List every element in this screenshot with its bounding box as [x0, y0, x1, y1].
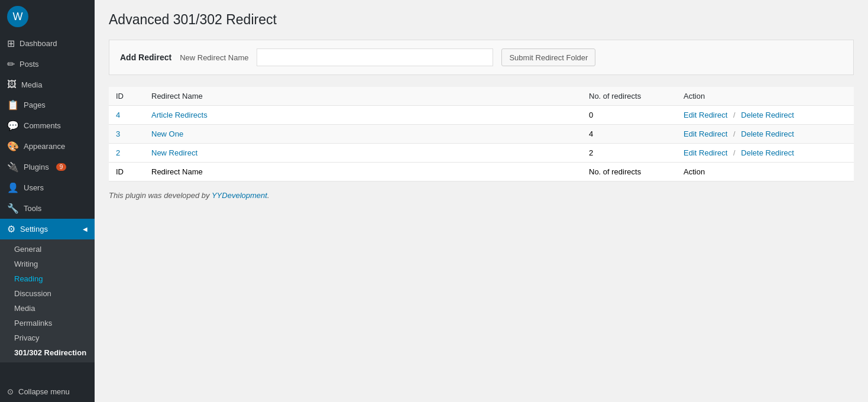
- row-name-link[interactable]: New One: [151, 129, 183, 138]
- delete-redirect-link[interactable]: Delete Redirect: [741, 129, 794, 138]
- edit-redirect-link[interactable]: Edit Redirect: [684, 129, 727, 138]
- col-footer-action: Action: [676, 163, 854, 181]
- table-header-row: ID Redirect Name No. of redirects Action: [109, 87, 854, 106]
- sidebar-item-label: Comments: [24, 121, 61, 130]
- sidebar-item-label: Media: [21, 80, 42, 89]
- sidebar-item-pages[interactable]: 📋 Pages: [0, 95, 95, 115]
- col-footer-name: Redirect Name: [144, 163, 582, 181]
- col-header-name: Redirect Name: [144, 87, 582, 106]
- page-title: Advanced 301/302 Redirect: [109, 12, 854, 28]
- col-header-count: No. of redirects: [582, 87, 676, 106]
- sidebar-item-settings[interactable]: ⚙ Settings ◀: [0, 219, 95, 239]
- sidebar-item-posts[interactable]: ✏ Posts: [0, 54, 95, 74]
- cell-id: 2: [109, 144, 144, 163]
- sidebar-item-users[interactable]: 👤 Users: [0, 177, 95, 198]
- plugins-badge: 9: [56, 163, 67, 171]
- footer-link[interactable]: YYDevelopment: [212, 191, 267, 200]
- sidebar-item-label: Tools: [24, 204, 41, 213]
- sidebar-item-label: Appearance: [24, 142, 65, 151]
- cell-name: New Redirect: [144, 144, 582, 163]
- settings-icon: ⚙: [7, 223, 15, 235]
- collapse-menu-button[interactable]: ⊙ Collapse menu: [0, 381, 95, 402]
- tools-icon: 🔧: [7, 203, 19, 214]
- nav-menu: ⊞ Dashboard ✏ Posts 🖼 Media 📋 Pages 💬 Co…: [0, 33, 95, 362]
- add-redirect-label: Add Redirect: [120, 53, 171, 62]
- separator: /: [733, 111, 736, 119]
- sidebar-item-plugins[interactable]: 🔌 Plugins 9: [0, 157, 95, 177]
- redirect-table: ID Redirect Name No. of redirects Action…: [109, 87, 854, 181]
- cell-action: Edit Redirect / Delete Redirect: [676, 106, 854, 125]
- row-id-link[interactable]: 2: [116, 148, 120, 157]
- submenu-general[interactable]: General: [0, 242, 95, 257]
- submenu-privacy[interactable]: Privacy: [0, 330, 95, 345]
- col-footer-id: ID: [109, 163, 144, 181]
- submenu-media[interactable]: Media: [0, 301, 95, 316]
- main-content: Advanced 301/302 Redirect Add Redirect N…: [95, 0, 868, 402]
- sidebar-item-label: Users: [24, 183, 44, 192]
- sidebar-item-tools[interactable]: 🔧 Tools: [0, 198, 95, 219]
- collapse-label: Collapse menu: [18, 387, 70, 396]
- settings-arrow-icon: ◀: [83, 226, 88, 232]
- wp-logo-icon: W: [7, 6, 28, 27]
- sidebar-item-label: Plugins: [24, 163, 49, 171]
- submenu-redirection[interactable]: 301/302 Redirection: [0, 345, 95, 360]
- delete-redirect-link[interactable]: Delete Redirect: [741, 148, 794, 157]
- table-row: 3 New One 4 Edit Redirect / Delete Redir…: [109, 125, 854, 144]
- cell-count: 0: [582, 106, 676, 125]
- table-row: 2 New Redirect 2 Edit Redirect / Delete …: [109, 144, 854, 163]
- sidebar-logo: W: [0, 0, 95, 33]
- table-row: 4 Article Redirects 0 Edit Redirect / De…: [109, 106, 854, 125]
- new-redirect-name-label: New Redirect Name: [180, 53, 248, 62]
- submenu-discussion[interactable]: Discussion: [0, 286, 95, 301]
- separator: /: [733, 148, 736, 157]
- cell-action: Edit Redirect / Delete Redirect: [676, 144, 854, 163]
- sidebar-item-media[interactable]: 🖼 Media: [0, 74, 95, 95]
- settings-submenu: General Writing Reading Discussion Media…: [0, 239, 95, 362]
- appearance-icon: 🎨: [7, 141, 19, 152]
- footer-text: This plugin was developed by: [109, 191, 212, 200]
- footer-text-end: .: [267, 191, 270, 200]
- collapse-icon: ⊙: [7, 387, 14, 396]
- col-footer-count: No. of redirects: [582, 163, 676, 181]
- footer-note: This plugin was developed by YYDevelopme…: [109, 191, 854, 200]
- row-name-link[interactable]: Article Redirects: [151, 111, 208, 119]
- pages-icon: 📋: [7, 99, 19, 111]
- cell-id: 3: [109, 125, 144, 144]
- cell-action: Edit Redirect / Delete Redirect: [676, 125, 854, 144]
- sidebar-item-comments[interactable]: 💬 Comments: [0, 115, 95, 136]
- submenu-permalinks[interactable]: Permalinks: [0, 316, 95, 330]
- col-header-id: ID: [109, 87, 144, 106]
- row-name-link[interactable]: New Redirect: [151, 148, 197, 157]
- plugins-icon: 🔌: [7, 161, 19, 173]
- cell-count: 4: [582, 125, 676, 144]
- submenu-writing[interactable]: Writing: [0, 257, 95, 271]
- sidebar-item-appearance[interactable]: 🎨 Appearance: [0, 136, 95, 157]
- dashboard-icon: ⊞: [7, 38, 15, 49]
- cell-id: 4: [109, 106, 144, 125]
- sidebar-item-label: Posts: [20, 60, 39, 69]
- sidebar: W ⊞ Dashboard ✏ Posts 🖼 Media 📋 Pages 💬 …: [0, 0, 95, 402]
- row-id-link[interactable]: 4: [116, 111, 120, 119]
- col-header-action: Action: [676, 87, 854, 106]
- separator: /: [733, 129, 736, 138]
- add-redirect-bar: Add Redirect New Redirect Name Submit Re…: [109, 40, 854, 75]
- new-redirect-name-input[interactable]: [257, 48, 493, 66]
- sidebar-item-label: Dashboard: [20, 39, 57, 48]
- cell-name: Article Redirects: [144, 106, 582, 125]
- cell-count: 2: [582, 144, 676, 163]
- comments-icon: 💬: [7, 120, 19, 131]
- edit-redirect-link[interactable]: Edit Redirect: [684, 148, 727, 157]
- sidebar-item-label: Pages: [24, 100, 46, 109]
- edit-redirect-link[interactable]: Edit Redirect: [684, 111, 727, 119]
- cell-name: New One: [144, 125, 582, 144]
- posts-icon: ✏: [7, 59, 15, 70]
- submenu-reading[interactable]: Reading: [0, 271, 95, 286]
- delete-redirect-link[interactable]: Delete Redirect: [741, 111, 794, 119]
- row-id-link[interactable]: 3: [116, 129, 120, 138]
- submit-redirect-button[interactable]: Submit Redirect Folder: [501, 48, 595, 66]
- table-footer-row: ID Redirect Name No. of redirects Action: [109, 163, 854, 181]
- sidebar-item-label: Settings: [20, 225, 48, 234]
- sidebar-item-dashboard[interactable]: ⊞ Dashboard: [0, 33, 95, 54]
- users-icon: 👤: [7, 182, 19, 193]
- media-icon: 🖼: [7, 79, 17, 90]
